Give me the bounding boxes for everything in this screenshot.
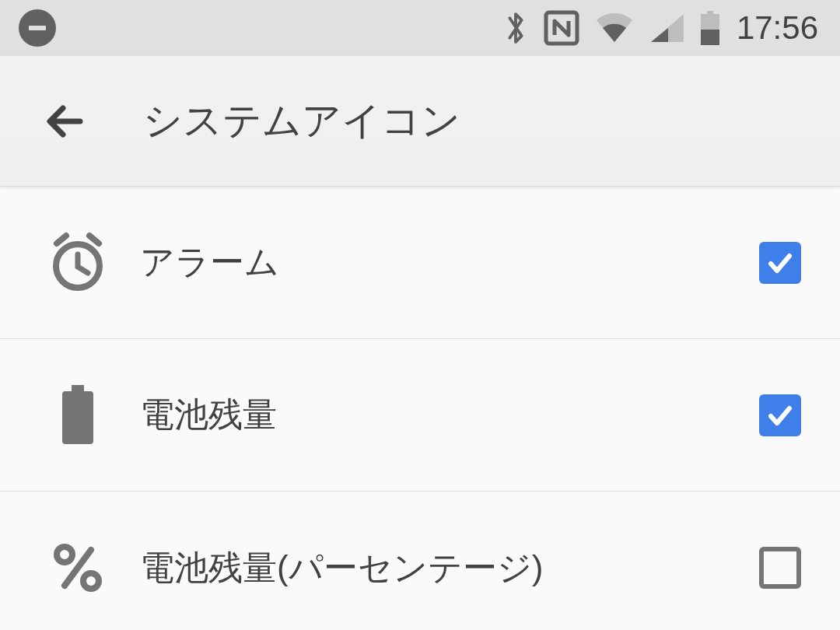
nfc-icon <box>544 10 579 46</box>
battery-icon <box>31 383 124 447</box>
checkbox-alarm[interactable] <box>759 242 801 284</box>
row-label: 電池残量 <box>140 392 759 438</box>
check-icon <box>765 400 796 431</box>
cellular-signal-icon <box>649 12 684 44</box>
wifi-icon <box>595 12 634 44</box>
svg-line-9 <box>65 550 91 586</box>
percent-icon <box>31 541 124 595</box>
alarm-icon <box>31 231 124 295</box>
row-label: 電池残量(パーセンテージ) <box>140 545 759 591</box>
status-clock: 17:56 <box>737 9 818 47</box>
status-bar: 17:56 <box>0 0 840 56</box>
do-not-disturb-icon <box>19 9 56 47</box>
svg-rect-3 <box>701 30 719 45</box>
app-bar: システムアイコン <box>0 56 840 187</box>
check-icon <box>765 247 796 278</box>
svg-point-7 <box>57 547 72 562</box>
page-title: システムアイコン <box>143 95 460 147</box>
row-alarm[interactable]: アラーム <box>0 187 840 339</box>
arrow-left-icon <box>43 99 88 144</box>
row-label: アラーム <box>140 240 759 285</box>
row-battery[interactable]: 電池残量 <box>0 339 840 492</box>
checkbox-battery[interactable] <box>759 394 801 436</box>
settings-list: アラーム 電池残量 電池残量(パーセン <box>0 187 840 630</box>
checkbox-battery-percentage[interactable] <box>759 547 801 589</box>
back-button[interactable] <box>26 82 104 160</box>
svg-point-8 <box>83 573 99 589</box>
svg-rect-5 <box>72 385 84 391</box>
bluetooth-icon <box>503 10 528 46</box>
svg-rect-1 <box>707 11 713 14</box>
row-battery-percentage[interactable]: 電池残量(パーセンテージ) <box>0 492 840 630</box>
battery-status-icon <box>699 11 721 45</box>
svg-rect-6 <box>62 391 93 444</box>
